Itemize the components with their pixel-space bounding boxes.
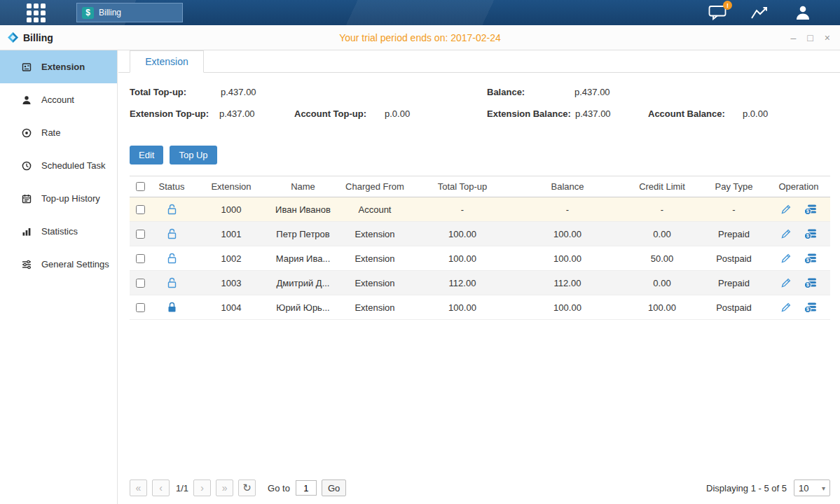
col-balance: Balance xyxy=(511,181,624,192)
row-topup-icon[interactable]: $ xyxy=(804,302,817,313)
rate-icon xyxy=(21,127,32,139)
status-lock-icon xyxy=(167,253,177,264)
sidebar-item-label: Extension xyxy=(41,62,85,72)
account-topup-label: Account Top-up: xyxy=(294,108,366,119)
extension-icon xyxy=(21,62,32,73)
edit-row-icon[interactable] xyxy=(780,277,792,288)
edit-row-icon[interactable] xyxy=(780,228,792,239)
tab-extension[interactable]: Extension xyxy=(130,50,204,73)
sidebar-item-rate[interactable]: Rate xyxy=(0,116,117,149)
col-extension: Extension xyxy=(193,181,270,192)
messages-icon[interactable]: ! xyxy=(708,5,727,20)
sidebar-item-label: Statistics xyxy=(41,226,78,237)
window-title-text: Billing xyxy=(23,32,53,43)
table-row[interactable]: 1003 Дмитрий Д... Extension 112.00 112.0… xyxy=(130,271,830,295)
sidebar-item-general-settings[interactable]: General Settings xyxy=(0,248,117,281)
go-button[interactable]: Go xyxy=(322,479,346,496)
pagination-bar: « ‹ 1/1 › » ↻ Go to Go Displaying 1 - 5 … xyxy=(130,479,830,497)
sidebar-item-topup-history[interactable]: Top-up History xyxy=(0,182,117,215)
row-topup-icon[interactable]: $ xyxy=(804,204,817,215)
row-checkbox[interactable] xyxy=(136,230,145,239)
edit-row-icon[interactable] xyxy=(780,253,792,264)
statistics-chart-icon[interactable] xyxy=(750,5,770,20)
goto-page-input[interactable] xyxy=(296,480,317,496)
bar-chart-icon xyxy=(21,226,32,237)
displaying-text: Displaying 1 - 5 of 5 xyxy=(706,483,787,493)
status-lock-icon xyxy=(167,204,177,215)
refresh-icon[interactable]: ↻ xyxy=(238,479,256,496)
total-topup-label: Total Top-up: xyxy=(130,87,186,97)
top-up-button[interactable]: Top Up xyxy=(170,146,216,164)
user-account-icon[interactable] xyxy=(794,4,812,21)
page-size-select[interactable]: 10 ▾ xyxy=(794,479,830,496)
col-name: Name xyxy=(270,181,336,192)
sidebar-item-label: Rate xyxy=(41,127,60,138)
sidebar-item-scheduled-task[interactable]: Scheduled Task xyxy=(0,149,117,182)
sliders-icon xyxy=(21,259,32,270)
account-icon xyxy=(21,94,32,106)
apps-grid-icon[interactable] xyxy=(27,4,46,22)
row-checkbox[interactable] xyxy=(136,205,145,214)
col-total-topup: Total Top-up xyxy=(413,181,511,192)
svg-text:$: $ xyxy=(806,258,809,263)
billing-diamond-icon xyxy=(7,31,19,43)
col-status: Status xyxy=(151,181,193,192)
account-balance-label: Account Balance: xyxy=(648,108,725,119)
chevron-down-icon: ▾ xyxy=(822,484,825,492)
account-balance-value: p.0.00 xyxy=(743,108,768,119)
row-checkbox[interactable] xyxy=(136,303,145,312)
col-charged-from: Charged From xyxy=(336,181,413,192)
sidebar-item-extension[interactable]: Extension xyxy=(0,50,117,83)
tab-extension-label: Extension xyxy=(145,56,188,67)
row-topup-icon[interactable]: $ xyxy=(804,277,817,288)
col-credit-limit: Credit Limit xyxy=(624,181,701,192)
table-row[interactable]: 1001 Петр Петров Extension 100.00 100.00… xyxy=(130,222,830,246)
svg-text:$: $ xyxy=(806,307,809,312)
goto-label: Go to xyxy=(268,483,290,493)
balance-label: Balance: xyxy=(487,87,525,97)
extension-table: Status Extension Name Charged From Total… xyxy=(130,176,830,320)
balance-value: p.437.00 xyxy=(574,87,610,97)
svg-text:$: $ xyxy=(806,233,809,239)
calendar-icon xyxy=(21,193,32,204)
sidebar-item-label: Account xyxy=(41,94,74,105)
summary-panel: Total Top-up: p.437.00 Balance: p.437.00… xyxy=(118,73,840,143)
table-body: 1000 Иван Иванов Account - - - - xyxy=(130,197,830,320)
edit-row-icon[interactable] xyxy=(780,302,792,313)
sidebar-item-statistics[interactable]: Statistics xyxy=(0,215,117,248)
sidebar-item-account[interactable]: Account xyxy=(0,83,117,116)
row-topup-icon[interactable]: $ xyxy=(804,228,817,239)
clock-icon xyxy=(21,160,32,172)
billing-app-tab[interactable]: $ Billing xyxy=(76,3,183,22)
first-page-button[interactable]: « xyxy=(130,479,147,496)
page-indicator: 1/1 xyxy=(176,483,188,493)
status-lock-icon xyxy=(167,277,177,288)
table-row[interactable]: 1002 Мария Ива... Extension 100.00 100.0… xyxy=(130,246,830,271)
last-page-button[interactable]: » xyxy=(216,479,233,496)
total-topup-value: p.437.00 xyxy=(221,87,256,97)
select-all-checkbox[interactable] xyxy=(136,182,145,191)
col-operation: Operation xyxy=(767,181,830,192)
row-topup-icon[interactable]: $ xyxy=(804,253,817,264)
maximize-button[interactable]: □ xyxy=(807,33,813,43)
prev-page-button[interactable]: ‹ xyxy=(152,479,170,496)
extension-topup-label: Extension Top-up: xyxy=(130,108,209,119)
sidebar-item-label: General Settings xyxy=(41,259,109,270)
table-row[interactable]: 1000 Иван Иванов Account - - - - xyxy=(130,197,830,222)
close-button[interactable]: × xyxy=(825,33,830,43)
notification-badge: ! xyxy=(723,1,732,10)
status-lock-icon xyxy=(167,302,177,313)
table-row[interactable]: 1004 Юрий Юрь... Extension 100.00 100.00… xyxy=(130,295,830,320)
sidebar-item-label: Top-up History xyxy=(41,193,100,204)
minimize-button[interactable]: – xyxy=(791,33,797,43)
trial-notice: Your trial period ends on: 2017-02-24 xyxy=(0,32,840,43)
dollar-app-icon: $ xyxy=(82,7,94,19)
row-checkbox[interactable] xyxy=(136,279,145,288)
next-page-button[interactable]: › xyxy=(193,479,211,496)
edit-button[interactable]: Edit xyxy=(130,146,163,164)
row-checkbox[interactable] xyxy=(136,254,145,263)
page-size-value: 10 xyxy=(799,483,808,493)
main-content: Extension Total Top-up: p.437.00 Balance… xyxy=(118,50,840,504)
edit-row-icon[interactable] xyxy=(780,204,792,215)
window-title-bar: Your trial period ends on: 2017-02-24 Bi… xyxy=(0,25,840,50)
